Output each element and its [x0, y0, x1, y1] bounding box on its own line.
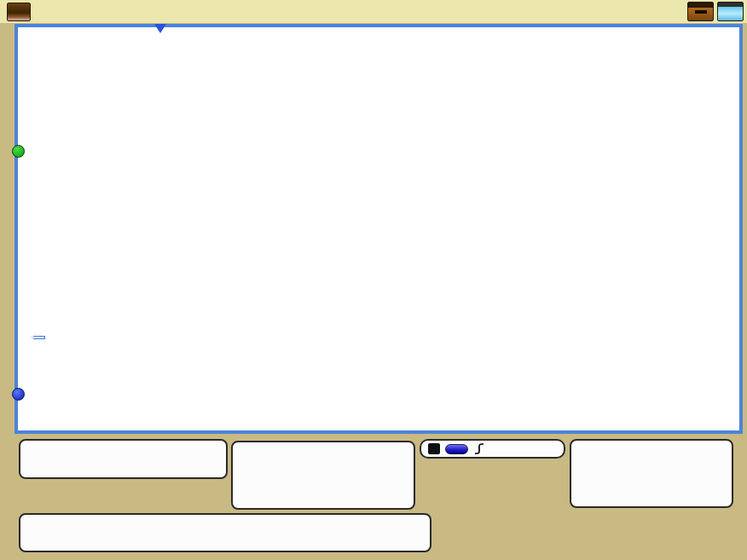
graticule-frame [14, 24, 743, 434]
menu-bar [0, 0, 747, 23]
trigger-slot-badge [428, 443, 440, 454]
waveform-display[interactable] [18, 27, 739, 430]
trigger-level-flag[interactable] [32, 336, 45, 339]
rising-edge-icon [473, 442, 484, 455]
channel-scale-panel [19, 439, 228, 479]
timebase-panel [570, 439, 733, 508]
trigger-position-marker[interactable] [154, 24, 166, 33]
trigger-source-badge [445, 444, 468, 454]
waveform-plot-area[interactable] [18, 27, 739, 430]
measurement-table [19, 513, 431, 552]
minimize-icon [695, 10, 707, 14]
close-button[interactable] [717, 2, 744, 21]
channel1-marker[interactable] [12, 388, 25, 401]
trigger-panel[interactable] [420, 439, 565, 459]
minimize-button[interactable] [687, 2, 714, 21]
oscilloscope-screen [0, 0, 747, 560]
channel3-marker[interactable] [12, 145, 25, 158]
menu-dropdown-button[interactable] [7, 3, 31, 21]
cursor-readout-panel [231, 441, 415, 510]
